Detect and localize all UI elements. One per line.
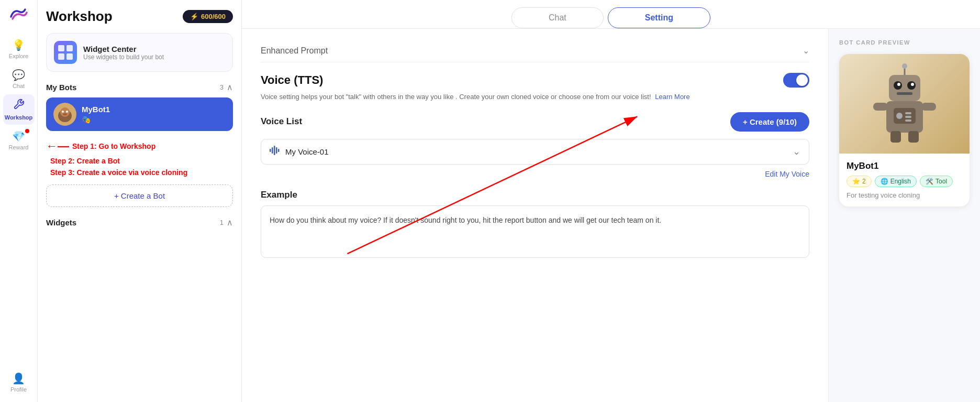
my-bots-count: 3 (220, 83, 224, 91)
tag-tool: 🛠️ Tool (920, 176, 953, 187)
widgets-header: Widgets 1 ∧ (46, 218, 233, 227)
left-nav: 💡 Explore 💬 Chat Workshop 💎 Reward 👤 Pro… (0, 0, 38, 402)
svg-rect-9 (278, 149, 280, 152)
svg-rect-6 (272, 147, 273, 154)
svg-rect-22 (908, 131, 919, 143)
toggle-thumb (796, 74, 808, 86)
svg-rect-25 (905, 112, 911, 114)
svg-rect-7 (274, 146, 275, 155)
content-area: Enhanced Prompt ⌄ Voice (TTS) Voice sett… (242, 29, 980, 402)
voice-tts-title: Voice (TTS) (261, 73, 323, 87)
bot-card: MyBot1 ⭐ 2 🌐 English 🛠️ (839, 54, 970, 207)
svg-point-15 (911, 83, 914, 86)
sidebar-item-workshop[interactable]: Workshop (3, 94, 35, 125)
widgets-section: Widgets 1 ∧ (46, 218, 233, 227)
step2-label: Step 2: Create a Bot (50, 157, 120, 165)
workshop-icon (13, 99, 25, 113)
page-title: Workshop (46, 8, 113, 25)
svg-point-24 (896, 113, 903, 119)
my-bots-count-chevron: 3 ∧ (220, 82, 233, 92)
voice-selector-left: My Voice-01 (270, 146, 329, 158)
chevron-up-icon: ∧ (227, 82, 233, 92)
sidebar-header: Workshop ⚡ 600/600 (46, 8, 233, 25)
bot-card-name: MyBot1 (847, 161, 962, 171)
app-logo[interactable] (7, 5, 30, 28)
sidebar-item-explore[interactable]: 💡 Explore (3, 35, 35, 63)
bot-card-description: For testing voice cloning (847, 191, 962, 199)
widget-center-icon (54, 41, 77, 64)
svg-rect-20 (921, 103, 936, 111)
example-section: Example How do you think about my voice?… (261, 190, 809, 258)
voice-tts-section: Voice (TTS) Voice setting helps your bot… (261, 73, 809, 258)
sidebar: Workshop ⚡ 600/600 Widget Center Use wid… (38, 0, 242, 402)
svg-rect-16 (897, 92, 912, 95)
credit-icon: ⚡ (190, 13, 198, 20)
svg-point-14 (897, 83, 900, 86)
workshop-label: Workshop (5, 114, 33, 121)
create-voice-button[interactable]: + Create (9/10) (730, 112, 809, 132)
bot-card-preview-panel: BOT CARD PREVIEW (828, 29, 980, 402)
widgets-count-chevron: 1 ∧ (220, 218, 233, 227)
reward-dot (25, 129, 29, 133)
svg-rect-5 (270, 149, 271, 152)
voice-description: Voice setting helps your bot "talk" with… (261, 92, 809, 103)
svg-rect-19 (873, 103, 888, 111)
svg-point-4 (63, 113, 67, 115)
tab-chat[interactable]: Chat (511, 7, 604, 28)
arrow-right-icon: ←— (46, 139, 69, 153)
bot-avatar (53, 103, 76, 126)
bot-info: MyBot1 🎭 (82, 105, 110, 124)
step1-label: Step 1: Go to Workshop (72, 142, 155, 150)
bot-name: MyBot1 (82, 105, 110, 114)
create-bot-button[interactable]: + Create a Bot (46, 184, 233, 207)
voice-selector[interactable]: My Voice-01 ⌄ (261, 139, 809, 165)
reward-icon: 💎 (12, 130, 25, 143)
widget-center-card[interactable]: Widget Center Use widgets to build your … (46, 33, 233, 72)
explore-label: Explore (9, 53, 28, 59)
example-label: Example (261, 190, 809, 200)
top-tabs: Chat Setting (242, 0, 980, 29)
settings-panel: Enhanced Prompt ⌄ Voice (TTS) Voice sett… (242, 29, 828, 402)
tag-language: 🌐 English (875, 176, 917, 187)
voice-tts-row: Voice (TTS) (261, 73, 809, 88)
enhanced-prompt-row[interactable]: Enhanced Prompt ⌄ (261, 39, 809, 62)
widgets-chevron-icon: ∧ (227, 218, 233, 227)
bot-card-body: MyBot1 ⭐ 2 🌐 English 🛠️ (839, 154, 970, 207)
widgets-count: 1 (220, 219, 224, 226)
svg-point-18 (902, 63, 907, 69)
svg-point-3 (66, 111, 68, 113)
main-area: Chat Setting Enhanced Prompt ⌄ Voice (TT… (242, 0, 980, 402)
voice-list-label: Voice List (261, 116, 302, 127)
svg-rect-27 (905, 119, 911, 122)
svg-rect-21 (890, 131, 901, 143)
robot-illustration (871, 62, 939, 146)
svg-point-2 (62, 111, 64, 113)
bot-card-image (839, 54, 970, 154)
widget-center-text: Widget Center Use widgets to build your … (83, 45, 164, 61)
step3-label: Step 3: Create a voice via voice cloning (50, 168, 233, 178)
tab-setting[interactable]: Setting (608, 7, 710, 28)
my-bots-header: My Bots 3 ∧ (46, 82, 233, 92)
voice-chevron-icon: ⌄ (793, 146, 800, 157)
credit-value: 600/600 (201, 13, 226, 20)
svg-rect-8 (276, 147, 277, 154)
edit-voice-link[interactable]: Edit My Voice (261, 170, 809, 178)
svg-rect-11 (889, 75, 920, 101)
widgets-label: Widgets (46, 218, 76, 227)
widget-center-title: Widget Center (83, 45, 164, 53)
credit-badge: ⚡ 600/600 (183, 10, 233, 23)
preview-section-label: BOT CARD PREVIEW (839, 39, 970, 46)
voice-wave-icon (270, 146, 280, 158)
widget-center-subtitle: Use widgets to build your bot (83, 53, 164, 61)
enhanced-prompt-label: Enhanced Prompt (261, 46, 328, 56)
sidebar-item-profile[interactable]: 👤 Profile (3, 368, 35, 397)
chat-label: Chat (13, 83, 25, 89)
voice-tts-toggle[interactable] (783, 73, 809, 88)
my-bots-label: My Bots (46, 83, 76, 92)
bot-item[interactable]: MyBot1 🎭 (46, 97, 233, 131)
learn-more-link[interactable]: Learn More (655, 93, 689, 101)
tag-rating: ⭐ 2 (847, 176, 872, 187)
svg-rect-26 (905, 116, 911, 118)
sidebar-item-reward[interactable]: 💎 Reward (3, 126, 35, 155)
sidebar-item-chat[interactable]: 💬 Chat (3, 64, 35, 93)
